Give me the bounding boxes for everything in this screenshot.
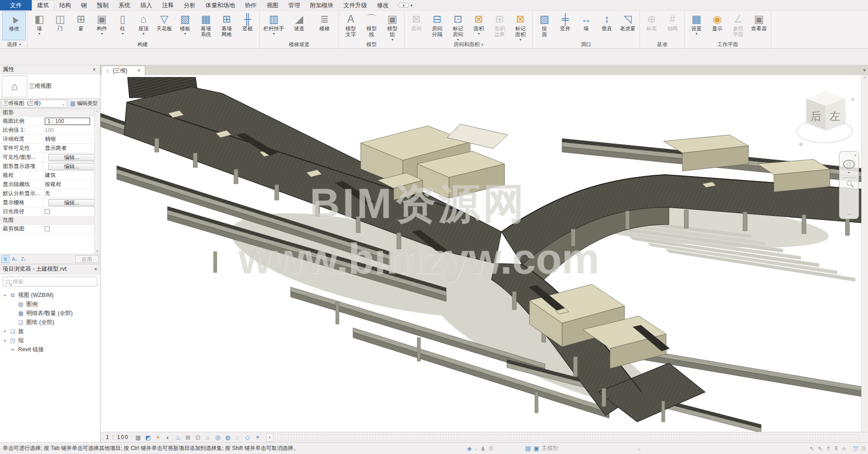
filter-icon[interactable]: ▽ [854,445,858,452]
schedule-status-icon[interactable]: ▤ [525,445,531,452]
tab-steel[interactable]: 钢 [76,0,92,10]
tab-massing-site[interactable]: 体量和场地 [200,0,240,10]
navigation-bar[interactable]: × ▾ – [839,151,859,219]
section-header-graphics[interactable]: 图形 ^ [0,109,100,117]
drag-on-selection-toggle-icon[interactable]: ⊹ [842,445,846,452]
browser-search-box[interactable] [3,277,97,287]
unlocked-view-icon[interactable]: ⌂ [203,433,213,442]
area-boundary-button[interactable]: ⊞ 面积 边界 [489,11,510,40]
grid-button[interactable]: # 轴网 [662,11,683,40]
wall-button[interactable]: ◧ 墙 ▾ [29,11,50,40]
curtain-grid-button[interactable]: ⊞ 幕墙 网格 [216,11,237,40]
roof-button[interactable]: ⌂ 屋顶 ▾ [133,11,154,40]
tab-annotate[interactable]: 注释 [157,0,179,10]
horizontal-scrollbar[interactable] [275,434,859,441]
type-selector[interactable]: 三维视图: {三维} ⌄ [1,100,67,108]
viewcube-cube[interactable]: 后 左 [806,91,844,129]
design-options-icon[interactable]: ▣ [534,445,539,452]
property-value[interactable]: 无 [43,190,100,197]
ribbon-group-label-room-area[interactable]: 房间和面积▾ [405,41,532,48]
vertical-opening-button[interactable]: ↕ 垂直 [596,11,617,40]
room-button[interactable]: ⊠ 房间 [406,11,427,40]
navbar-minimize-icon[interactable]: – [848,211,851,217]
property-value[interactable]: 精细 [43,135,100,143]
expand-plus-icon[interactable]: + [3,329,7,334]
property-filter-icon[interactable]: ⇅ [1,255,10,263]
tab-analyze[interactable]: 分析 [179,0,200,10]
detail-level-icon[interactable]: ▩ [134,433,143,442]
view-tab-3d[interactable]: ⌂ {三维} × [101,66,145,75]
sort-ascending-icon[interactable]: A↓ [10,255,19,263]
tab-view[interactable]: 视图 [262,0,283,10]
expand-plus-icon[interactable]: + [3,338,7,343]
model-text-button[interactable]: A 模型 文字 [340,11,361,40]
floor-button[interactable]: ▧ 楼板 ▾ [175,11,196,40]
project-browser-title-bar[interactable]: 项目浏览器 - 土建模型.rvt × [0,264,100,274]
property-value[interactable]: 100 [43,127,100,134]
show-workplane-button[interactable]: ◉ 显示 [707,11,728,40]
hscroll-left-icon[interactable]: ‹ [266,433,273,442]
property-value[interactable] [43,209,100,214]
tab-file-upgrade[interactable]: 文件升级 [339,0,372,10]
apply-button[interactable]: 应用 [75,255,99,263]
tag-room-button[interactable]: ⊡ 标记 房间 ▾ [448,11,468,40]
sun-path-icon[interactable]: ☀ [153,433,163,442]
tree-item[interactable]: + ❏ 族 [0,327,100,336]
railing-button[interactable]: ▥ 栏杆扶手 ▾ [261,11,286,40]
tree-item[interactable]: ▤ 图例 [0,300,100,309]
editing-requests-icon[interactable]: ♟ [481,445,486,452]
drawing-area[interactable]: BIM资源网 www.bimzyw.com 东 南 后 左 × ▾ – [100,75,868,432]
mullion-button[interactable]: ╫ 竖梃 [237,11,258,40]
ribbon-display-toggle[interactable]: ▲ ▾ [398,0,412,10]
zoom-tool-icon[interactable] [847,181,852,186]
section-header-extents[interactable]: 范围 ^ [0,216,100,225]
reveal-hidden-elements-icon[interactable]: ◎ [213,433,223,442]
set-workplane-button[interactable]: ▦ 设置 ▾ [686,11,707,40]
project-browser-close-icon[interactable]: × [94,266,97,272]
ref-plane-button[interactable]: ∠ 参照 平面 [728,11,749,40]
property-value[interactable]: 建筑 [43,172,100,179]
dormer-button[interactable]: ◹ 老虎窗 [617,11,638,40]
shadows-icon[interactable]: ◐ [163,433,173,442]
viewcube[interactable]: 东 南 后 左 [796,91,853,147]
viewer-button[interactable]: ▣ 查看器 [749,11,769,40]
window-button[interactable]: ⊞ 窗 [71,11,91,40]
tab-modify[interactable]: 修改 [372,0,394,10]
view-scale-button[interactable]: 1 : 100 [106,434,129,440]
property-value[interactable] [43,226,100,231]
tag-area-button[interactable]: ⊠ 标记 面积 ▾ [510,11,531,40]
tab-file[interactable]: 文件 [0,0,32,10]
ribbon-group-label-select[interactable]: 选择▾ [1,41,27,48]
vertical-scrollbar[interactable]: ^ [861,75,868,432]
tab-addins[interactable]: 附加模块 [305,0,339,10]
worksets-icon[interactable]: ◈ [467,445,472,452]
select-pinned-toggle-icon[interactable]: ⇑ [826,445,830,452]
select-links-toggle-icon[interactable]: ↖ [810,445,814,452]
design-option-value[interactable]: 主模型 [542,444,558,452]
sort-descending-icon[interactable]: Z↓ [19,255,28,263]
ramp-button[interactable]: ◢ 坡道 [286,11,312,40]
model-line-button[interactable]: ⌒ 模型 线 [361,11,382,40]
tab-systems[interactable]: 系统 [114,0,135,10]
properties-title-bar[interactable]: 属性 × [0,65,100,74]
curtain-system-button[interactable]: ▦ 幕墙 系统 [196,11,216,40]
property-value[interactable]: 按规程 [43,181,100,188]
tab-list-icon[interactable]: ▼ [861,68,868,72]
scroll-up-icon[interactable]: ^ [96,110,98,114]
tree-item[interactable]: + ⧉ 视图 (WZBIM) [0,291,100,300]
tree-item[interactable]: ◲ 图纸 (全部) [0,318,100,327]
displacement-sets-icon[interactable]: ◇ [243,433,253,442]
navbar-close-icon[interactable]: × [854,153,857,158]
property-value[interactable]: 编辑... [43,154,100,161]
scroll-up-icon[interactable]: ^ [864,76,866,81]
tab-structure[interactable]: 结构 [54,0,76,10]
tab-insert[interactable]: 插入 [135,0,157,10]
tab-manage[interactable]: 管理 [283,0,305,10]
tab-precast[interactable]: 预制 [92,0,114,10]
search-input[interactable] [13,278,94,285]
select-underlay-toggle-icon[interactable]: ⇖ [818,445,822,452]
ceiling-button[interactable]: ▽ 天花板 [154,11,175,40]
property-value[interactable]: 1 : 100 [43,118,100,125]
property-value[interactable]: 编辑... [43,199,100,206]
tab-architecture[interactable]: 建筑 [32,0,54,10]
